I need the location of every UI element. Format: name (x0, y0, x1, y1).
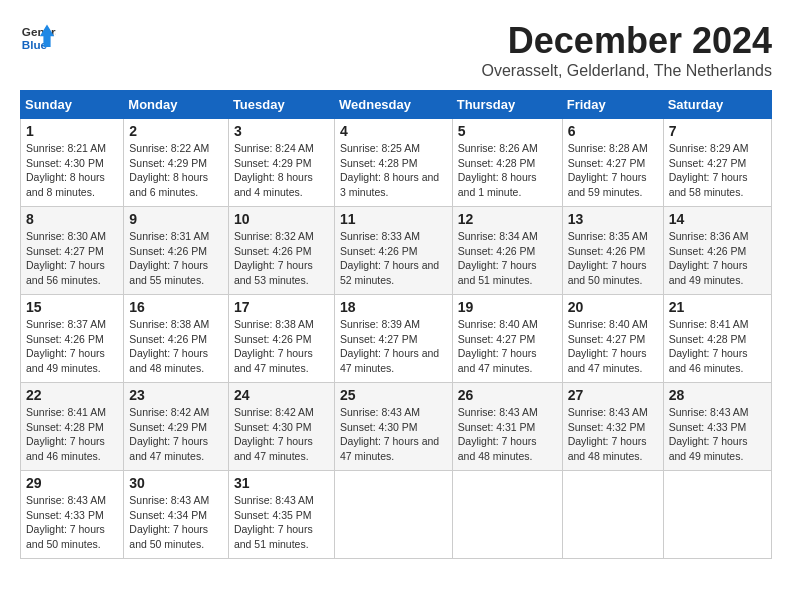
day-info: Sunrise: 8:43 AM Sunset: 4:30 PM Dayligh… (340, 405, 447, 464)
week-row-1: 1 Sunrise: 8:21 AM Sunset: 4:30 PM Dayli… (21, 119, 772, 207)
calendar-cell: 7 Sunrise: 8:29 AM Sunset: 4:27 PM Dayli… (663, 119, 771, 207)
calendar-cell: 12 Sunrise: 8:34 AM Sunset: 4:26 PM Dayl… (452, 207, 562, 295)
day-number: 30 (129, 475, 223, 491)
day-number: 2 (129, 123, 223, 139)
calendar-cell: 9 Sunrise: 8:31 AM Sunset: 4:26 PM Dayli… (124, 207, 229, 295)
month-title: December 2024 (481, 20, 772, 62)
days-header-row: SundayMondayTuesdayWednesdayThursdayFrid… (21, 91, 772, 119)
day-number: 26 (458, 387, 557, 403)
calendar-table: SundayMondayTuesdayWednesdayThursdayFrid… (20, 90, 772, 559)
day-info: Sunrise: 8:43 AM Sunset: 4:34 PM Dayligh… (129, 493, 223, 552)
header-monday: Monday (124, 91, 229, 119)
day-number: 4 (340, 123, 447, 139)
calendar-cell: 6 Sunrise: 8:28 AM Sunset: 4:27 PM Dayli… (562, 119, 663, 207)
header-wednesday: Wednesday (334, 91, 452, 119)
day-number: 1 (26, 123, 118, 139)
day-info: Sunrise: 8:33 AM Sunset: 4:26 PM Dayligh… (340, 229, 447, 288)
day-info: Sunrise: 8:40 AM Sunset: 4:27 PM Dayligh… (458, 317, 557, 376)
day-number: 16 (129, 299, 223, 315)
calendar-cell: 22 Sunrise: 8:41 AM Sunset: 4:28 PM Dayl… (21, 383, 124, 471)
calendar-cell: 29 Sunrise: 8:43 AM Sunset: 4:33 PM Dayl… (21, 471, 124, 559)
calendar-cell: 24 Sunrise: 8:42 AM Sunset: 4:30 PM Dayl… (228, 383, 334, 471)
day-info: Sunrise: 8:43 AM Sunset: 4:33 PM Dayligh… (26, 493, 118, 552)
logo-icon: General Blue (20, 20, 56, 56)
day-number: 10 (234, 211, 329, 227)
logo: General Blue (20, 20, 56, 56)
day-info: Sunrise: 8:36 AM Sunset: 4:26 PM Dayligh… (669, 229, 766, 288)
calendar-cell: 20 Sunrise: 8:40 AM Sunset: 4:27 PM Dayl… (562, 295, 663, 383)
calendar-cell: 16 Sunrise: 8:38 AM Sunset: 4:26 PM Dayl… (124, 295, 229, 383)
calendar-cell: 3 Sunrise: 8:24 AM Sunset: 4:29 PM Dayli… (228, 119, 334, 207)
day-info: Sunrise: 8:43 AM Sunset: 4:31 PM Dayligh… (458, 405, 557, 464)
calendar-cell: 30 Sunrise: 8:43 AM Sunset: 4:34 PM Dayl… (124, 471, 229, 559)
day-number: 12 (458, 211, 557, 227)
day-number: 20 (568, 299, 658, 315)
day-number: 9 (129, 211, 223, 227)
calendar-cell (562, 471, 663, 559)
day-info: Sunrise: 8:41 AM Sunset: 4:28 PM Dayligh… (26, 405, 118, 464)
day-number: 7 (669, 123, 766, 139)
week-row-3: 15 Sunrise: 8:37 AM Sunset: 4:26 PM Dayl… (21, 295, 772, 383)
day-info: Sunrise: 8:40 AM Sunset: 4:27 PM Dayligh… (568, 317, 658, 376)
calendar-cell: 8 Sunrise: 8:30 AM Sunset: 4:27 PM Dayli… (21, 207, 124, 295)
calendar-cell: 5 Sunrise: 8:26 AM Sunset: 4:28 PM Dayli… (452, 119, 562, 207)
day-number: 31 (234, 475, 329, 491)
day-info: Sunrise: 8:21 AM Sunset: 4:30 PM Dayligh… (26, 141, 118, 200)
day-info: Sunrise: 8:38 AM Sunset: 4:26 PM Dayligh… (129, 317, 223, 376)
day-info: Sunrise: 8:37 AM Sunset: 4:26 PM Dayligh… (26, 317, 118, 376)
week-row-5: 29 Sunrise: 8:43 AM Sunset: 4:33 PM Dayl… (21, 471, 772, 559)
day-info: Sunrise: 8:28 AM Sunset: 4:27 PM Dayligh… (568, 141, 658, 200)
day-number: 23 (129, 387, 223, 403)
calendar-cell: 28 Sunrise: 8:43 AM Sunset: 4:33 PM Dayl… (663, 383, 771, 471)
day-number: 13 (568, 211, 658, 227)
day-info: Sunrise: 8:25 AM Sunset: 4:28 PM Dayligh… (340, 141, 447, 200)
day-info: Sunrise: 8:26 AM Sunset: 4:28 PM Dayligh… (458, 141, 557, 200)
day-info: Sunrise: 8:39 AM Sunset: 4:27 PM Dayligh… (340, 317, 447, 376)
day-info: Sunrise: 8:43 AM Sunset: 4:33 PM Dayligh… (669, 405, 766, 464)
calendar-cell: 15 Sunrise: 8:37 AM Sunset: 4:26 PM Dayl… (21, 295, 124, 383)
week-row-2: 8 Sunrise: 8:30 AM Sunset: 4:27 PM Dayli… (21, 207, 772, 295)
day-info: Sunrise: 8:42 AM Sunset: 4:30 PM Dayligh… (234, 405, 329, 464)
day-info: Sunrise: 8:38 AM Sunset: 4:26 PM Dayligh… (234, 317, 329, 376)
day-info: Sunrise: 8:22 AM Sunset: 4:29 PM Dayligh… (129, 141, 223, 200)
calendar-cell: 4 Sunrise: 8:25 AM Sunset: 4:28 PM Dayli… (334, 119, 452, 207)
day-info: Sunrise: 8:24 AM Sunset: 4:29 PM Dayligh… (234, 141, 329, 200)
calendar-cell: 18 Sunrise: 8:39 AM Sunset: 4:27 PM Dayl… (334, 295, 452, 383)
calendar-cell: 19 Sunrise: 8:40 AM Sunset: 4:27 PM Dayl… (452, 295, 562, 383)
day-info: Sunrise: 8:31 AM Sunset: 4:26 PM Dayligh… (129, 229, 223, 288)
title-section: December 2024 Overasselt, Gelderland, Th… (481, 20, 772, 80)
calendar-cell: 2 Sunrise: 8:22 AM Sunset: 4:29 PM Dayli… (124, 119, 229, 207)
day-info: Sunrise: 8:34 AM Sunset: 4:26 PM Dayligh… (458, 229, 557, 288)
day-number: 6 (568, 123, 658, 139)
calendar-cell: 13 Sunrise: 8:35 AM Sunset: 4:26 PM Dayl… (562, 207, 663, 295)
calendar-cell (334, 471, 452, 559)
day-number: 22 (26, 387, 118, 403)
day-number: 8 (26, 211, 118, 227)
calendar-cell: 1 Sunrise: 8:21 AM Sunset: 4:30 PM Dayli… (21, 119, 124, 207)
day-number: 19 (458, 299, 557, 315)
calendar-cell (452, 471, 562, 559)
calendar-cell: 26 Sunrise: 8:43 AM Sunset: 4:31 PM Dayl… (452, 383, 562, 471)
day-number: 29 (26, 475, 118, 491)
day-info: Sunrise: 8:35 AM Sunset: 4:26 PM Dayligh… (568, 229, 658, 288)
calendar-cell: 25 Sunrise: 8:43 AM Sunset: 4:30 PM Dayl… (334, 383, 452, 471)
day-number: 21 (669, 299, 766, 315)
day-number: 14 (669, 211, 766, 227)
day-number: 18 (340, 299, 447, 315)
calendar-cell: 14 Sunrise: 8:36 AM Sunset: 4:26 PM Dayl… (663, 207, 771, 295)
calendar-cell: 21 Sunrise: 8:41 AM Sunset: 4:28 PM Dayl… (663, 295, 771, 383)
header-saturday: Saturday (663, 91, 771, 119)
header-friday: Friday (562, 91, 663, 119)
day-number: 5 (458, 123, 557, 139)
calendar-cell: 10 Sunrise: 8:32 AM Sunset: 4:26 PM Dayl… (228, 207, 334, 295)
week-row-4: 22 Sunrise: 8:41 AM Sunset: 4:28 PM Dayl… (21, 383, 772, 471)
calendar-cell: 23 Sunrise: 8:42 AM Sunset: 4:29 PM Dayl… (124, 383, 229, 471)
calendar-cell: 17 Sunrise: 8:38 AM Sunset: 4:26 PM Dayl… (228, 295, 334, 383)
day-info: Sunrise: 8:29 AM Sunset: 4:27 PM Dayligh… (669, 141, 766, 200)
header-sunday: Sunday (21, 91, 124, 119)
day-info: Sunrise: 8:43 AM Sunset: 4:32 PM Dayligh… (568, 405, 658, 464)
calendar-cell: 11 Sunrise: 8:33 AM Sunset: 4:26 PM Dayl… (334, 207, 452, 295)
day-number: 28 (669, 387, 766, 403)
day-number: 25 (340, 387, 447, 403)
day-number: 27 (568, 387, 658, 403)
